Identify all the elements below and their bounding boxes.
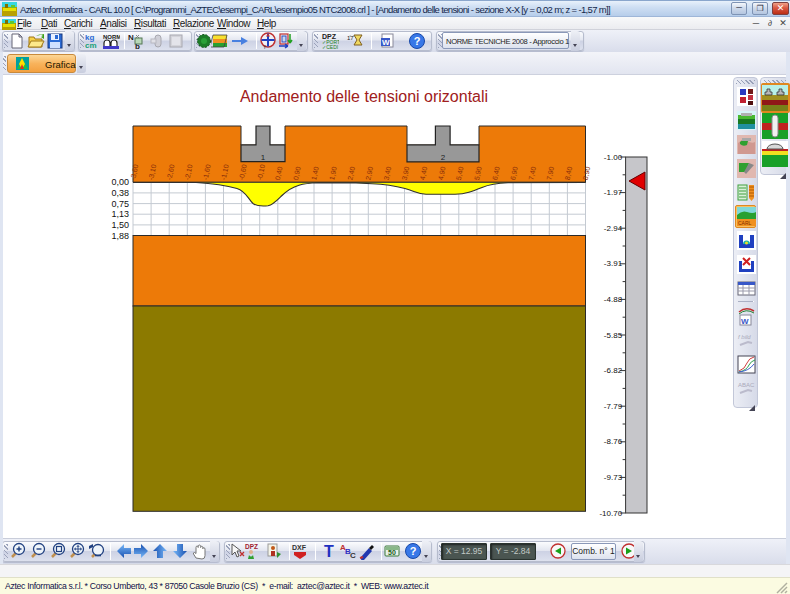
svg-text:0,38: 0,38 (111, 188, 129, 198)
svg-text:C: C (350, 551, 356, 560)
svg-text:2: 2 (441, 153, 446, 162)
svg-text:W: W (741, 317, 749, 326)
svg-text:-1.00: -1.00 (604, 153, 623, 162)
svg-text:-5.85: -5.85 (604, 331, 623, 340)
svg-text:?: ? (410, 545, 417, 557)
svg-text:T: T (324, 543, 334, 560)
svg-text:8,90: 8,90 (582, 166, 592, 181)
svg-text:0,75: 0,75 (111, 199, 129, 209)
svg-text:-1.97: -1.97 (604, 188, 623, 197)
svg-text:Andamento delle tensioni orizo: Andamento delle tensioni orizontali (240, 88, 488, 105)
svg-text:1,50: 1,50 (111, 220, 129, 230)
svg-text:-9.73: -9.73 (604, 473, 623, 482)
svg-text:-6.82: -6.82 (604, 366, 623, 375)
svg-text:-10.70: -10.70 (599, 509, 622, 518)
svg-text:DXF: DXF (292, 544, 307, 551)
svg-text:0,00: 0,00 (111, 177, 129, 187)
svg-text:ABAC: ABAC (738, 382, 755, 388)
svg-text:-8.76: -8.76 (604, 437, 623, 446)
svg-text:50: 50 (388, 549, 396, 556)
svg-text:CARL: CARL (738, 220, 752, 226)
svg-text:1: 1 (261, 153, 266, 162)
svg-text:-2.94: -2.94 (604, 224, 623, 233)
svg-text:DPZ: DPZ (245, 543, 258, 550)
svg-text:1,13: 1,13 (111, 209, 129, 219)
svg-text:1,88: 1,88 (111, 231, 129, 241)
svg-text:-3.91: -3.91 (604, 259, 623, 268)
svg-text:-4.88: -4.88 (604, 295, 623, 304)
svg-text:f bild: f bild (738, 334, 751, 340)
svg-text:-7.79: -7.79 (604, 402, 623, 411)
